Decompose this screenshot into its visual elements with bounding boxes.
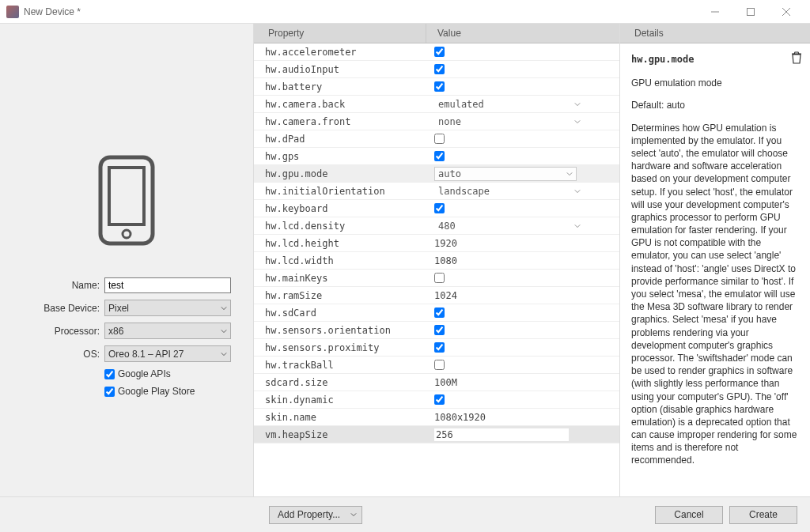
property-value[interactable]	[426, 64, 619, 74]
create-button[interactable]: Create	[729, 506, 797, 524]
property-value[interactable]	[426, 134, 619, 144]
processor-label: Processor:	[13, 326, 100, 337]
property-checkbox[interactable]	[434, 325, 445, 335]
property-value[interactable]: 1080	[426, 255, 619, 266]
property-value[interactable]	[426, 325, 619, 335]
chevron-down-icon	[574, 221, 581, 232]
property-value[interactable]: auto	[426, 167, 619, 181]
add-property-label: Add Property...	[278, 509, 340, 520]
property-value[interactable]	[426, 342, 619, 353]
google-play-checkbox[interactable]	[104, 387, 115, 397]
property-value[interactable]: 100M	[426, 377, 619, 388]
details-default: Default: auto	[631, 99, 799, 111]
google-apis-checkbox[interactable]	[104, 369, 115, 379]
table-row[interactable]: hw.trackBall	[254, 357, 619, 374]
property-value[interactable]: landscape	[426, 184, 619, 198]
property-name: hw.keyboard	[254, 203, 426, 214]
property-value[interactable]	[426, 308, 619, 318]
property-name: hw.dPad	[254, 134, 426, 145]
table-row[interactable]: skin.name1080x1920	[254, 409, 619, 426]
property-value[interactable]	[426, 81, 619, 92]
delete-icon[interactable]	[791, 51, 802, 67]
property-value[interactable]	[426, 360, 619, 370]
property-value[interactable]	[426, 203, 619, 213]
base-device-select[interactable]: Pixel	[104, 300, 231, 316]
property-name: hw.trackBall	[254, 360, 426, 371]
table-row[interactable]: hw.sdCard	[254, 304, 619, 322]
table-row[interactable]: hw.lcd.density480	[254, 217, 619, 235]
property-checkbox[interactable]	[434, 151, 445, 161]
column-value[interactable]: Value	[426, 28, 619, 39]
property-checkbox[interactable]	[434, 134, 445, 144]
table-row[interactable]: hw.camera.backemulated	[254, 96, 619, 113]
table-body[interactable]: hw.accelerometerhw.audioInputhw.batteryh…	[254, 43, 619, 496]
property-dropdown[interactable]: 480	[434, 219, 585, 233]
table-row[interactable]: hw.lcd.height1920	[254, 235, 619, 252]
add-property-button[interactable]: Add Property...	[269, 506, 362, 524]
close-button[interactable]	[768, 0, 804, 24]
property-name: sdcard.size	[254, 377, 426, 388]
window-title: New Device *	[24, 6, 697, 17]
table-row[interactable]: sdcard.size100M	[254, 374, 619, 391]
table-row[interactable]: hw.sensors.proximity	[254, 339, 619, 357]
os-select[interactable]: Oreo 8.1 – API 27	[104, 345, 231, 362]
property-dropdown[interactable]: auto	[434, 167, 577, 181]
chevron-down-icon	[350, 509, 357, 520]
property-value[interactable]: 1080x1920	[426, 412, 619, 423]
table-row[interactable]: hw.audioInput	[254, 61, 619, 78]
table-row[interactable]: hw.dPad	[254, 130, 619, 148]
property-edit[interactable]	[434, 428, 569, 441]
table-row[interactable]: hw.gps	[254, 148, 619, 165]
column-property[interactable]: Property	[254, 24, 426, 43]
table-row[interactable]: vm.heapSize	[254, 426, 619, 443]
property-value[interactable]	[426, 151, 619, 161]
property-dropdown[interactable]: none	[434, 115, 585, 129]
property-value[interactable]	[426, 394, 619, 405]
property-value[interactable]: 1920	[426, 238, 619, 249]
property-checkbox[interactable]	[434, 81, 445, 92]
name-input[interactable]	[104, 277, 231, 293]
details-property-name: hw.gpu.mode	[631, 54, 694, 65]
property-checkbox[interactable]	[434, 360, 445, 370]
property-value[interactable]: none	[426, 115, 619, 129]
property-dropdown[interactable]: landscape	[434, 184, 585, 198]
property-value[interactable]: emulated	[426, 97, 619, 111]
chevron-down-icon	[566, 168, 573, 179]
cancel-button[interactable]: Cancel	[655, 506, 723, 524]
property-checkbox[interactable]	[434, 342, 445, 353]
property-value[interactable]: 480	[426, 219, 619, 233]
property-checkbox[interactable]	[434, 47, 445, 57]
property-name: skin.name	[254, 412, 426, 423]
maximize-button[interactable]	[732, 0, 768, 24]
left-panel: Name: Base Device: Pixel Processor: x86 …	[0, 24, 253, 496]
property-value[interactable]	[426, 47, 619, 57]
table-row[interactable]: skin.dynamic	[254, 391, 619, 409]
property-value[interactable]: 1024	[426, 290, 619, 301]
footer: Add Property... Cancel Create	[0, 496, 810, 532]
property-name: hw.sensors.orientation	[254, 325, 426, 336]
property-checkbox[interactable]	[434, 394, 445, 405]
minimize-button[interactable]	[697, 0, 732, 24]
table-row[interactable]: hw.battery	[254, 78, 619, 96]
processor-select[interactable]: x86	[104, 323, 231, 339]
details-description: Determines how GPU emulation is implemen…	[631, 122, 799, 467]
property-checkbox[interactable]	[434, 273, 445, 283]
table-row[interactable]: hw.lcd.width1080	[254, 252, 619, 270]
table-row[interactable]: hw.camera.frontnone	[254, 113, 619, 130]
property-value[interactable]	[426, 273, 619, 283]
svg-point-6	[123, 230, 131, 238]
property-checkbox[interactable]	[434, 203, 445, 213]
table-row[interactable]: hw.mainKeys	[254, 270, 619, 287]
table-row[interactable]: hw.initialOrientationlandscape	[254, 183, 619, 200]
table-row[interactable]: hw.keyboard	[254, 200, 619, 217]
table-row[interactable]: hw.gpu.modeauto	[254, 165, 619, 183]
details-summary: GPU emulation mode	[631, 77, 799, 89]
property-checkbox[interactable]	[434, 64, 445, 74]
property-value[interactable]	[426, 428, 619, 441]
property-checkbox[interactable]	[434, 308, 445, 318]
table-row[interactable]: hw.ramSize1024	[254, 287, 619, 304]
app-icon	[6, 6, 19, 18]
table-row[interactable]: hw.sensors.orientation	[254, 322, 619, 339]
property-dropdown[interactable]: emulated	[434, 97, 585, 111]
table-row[interactable]: hw.accelerometer	[254, 43, 619, 61]
